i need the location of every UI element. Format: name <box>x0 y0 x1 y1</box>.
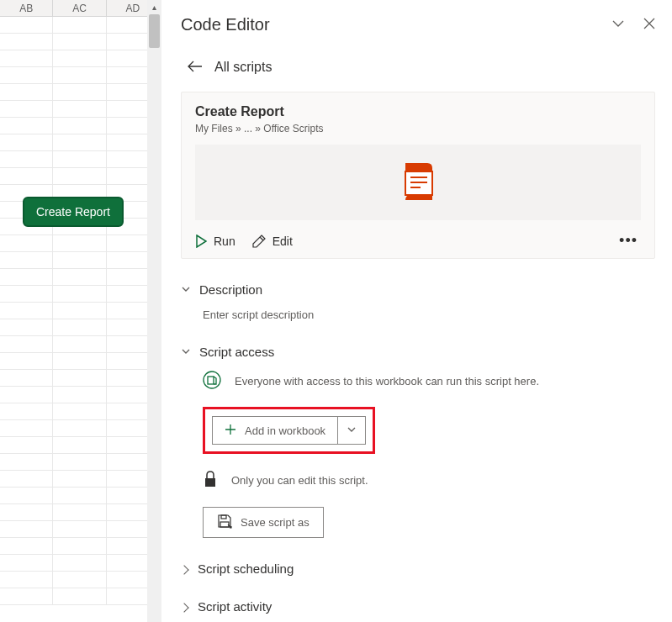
cell[interactable] <box>53 454 106 470</box>
cell[interactable] <box>0 588 53 604</box>
cell[interactable] <box>0 336 53 352</box>
cell[interactable] <box>53 269 106 285</box>
more-button[interactable]: ••• <box>616 232 641 250</box>
edit-button[interactable]: Edit <box>252 235 293 248</box>
col-header-ab[interactable]: AB <box>0 0 53 16</box>
svg-rect-7 <box>221 515 226 519</box>
script-access-section: Script access Everyone with access to th… <box>181 345 655 538</box>
cell[interactable] <box>53 521 106 537</box>
cell[interactable] <box>53 151 106 167</box>
script-activity-header[interactable]: Script activity <box>181 599 655 614</box>
script-document-icon <box>399 160 437 206</box>
cell[interactable] <box>53 134 106 150</box>
close-icon[interactable] <box>643 18 655 32</box>
scrollbar[interactable]: ▴ <box>147 0 161 622</box>
cell[interactable] <box>53 319 106 335</box>
cell[interactable] <box>0 521 53 537</box>
cell[interactable] <box>53 17 106 33</box>
run-button[interactable]: Run <box>195 235 235 248</box>
add-dropdown[interactable] <box>337 417 365 444</box>
cell[interactable] <box>53 572 106 588</box>
cell[interactable] <box>53 235 106 251</box>
cell[interactable] <box>53 471 106 487</box>
cell[interactable] <box>53 50 106 66</box>
back-row[interactable]: All scripts <box>181 45 655 92</box>
cell[interactable] <box>53 286 106 302</box>
cell[interactable] <box>53 588 106 604</box>
cell[interactable] <box>0 319 53 335</box>
collapse-icon[interactable] <box>611 17 625 33</box>
chevron-down-icon <box>347 424 357 437</box>
cell[interactable] <box>0 353 53 369</box>
cell[interactable] <box>0 555 53 571</box>
add-in-workbook-button[interactable]: Add in workbook <box>212 416 366 445</box>
cell[interactable] <box>0 269 53 285</box>
cell[interactable] <box>0 84 53 100</box>
cell[interactable] <box>0 17 53 33</box>
cell[interactable] <box>53 118 106 134</box>
cell[interactable] <box>0 235 53 251</box>
script-access-header[interactable]: Script access <box>181 345 655 359</box>
save-script-as-button[interactable]: Save script as <box>203 507 324 538</box>
cell[interactable] <box>0 50 53 66</box>
cell[interactable] <box>53 387 106 403</box>
cell[interactable] <box>53 303 106 319</box>
save-as-label: Save script as <box>241 516 310 529</box>
cell[interactable] <box>0 403 53 419</box>
cell[interactable] <box>0 151 53 167</box>
cell[interactable] <box>0 437 53 453</box>
description-section: Description Enter script description <box>181 282 655 321</box>
cell[interactable] <box>0 168 53 184</box>
cell[interactable] <box>53 353 106 369</box>
cell[interactable] <box>0 420 53 436</box>
cell[interactable] <box>53 84 106 100</box>
cell[interactable] <box>0 488 53 503</box>
col-header-ac[interactable]: AC <box>53 0 106 16</box>
description-placeholder[interactable]: Enter script description <box>203 308 314 321</box>
script-card: Create Report My Files » ... » Office Sc… <box>181 92 655 259</box>
cell[interactable] <box>53 437 106 453</box>
create-report-button[interactable]: Create Report <box>23 197 124 227</box>
cell[interactable] <box>53 168 106 184</box>
chevron-down-icon <box>181 345 191 359</box>
run-label: Run <box>214 235 235 248</box>
cell[interactable] <box>53 555 106 571</box>
cell[interactable] <box>53 538 106 554</box>
cell[interactable] <box>53 420 106 436</box>
script-scheduling-header[interactable]: Script scheduling <box>181 561 655 576</box>
cell[interactable] <box>53 504 106 520</box>
cell[interactable] <box>53 370 106 386</box>
cell[interactable] <box>0 67 53 83</box>
plus-icon <box>225 424 236 438</box>
cell[interactable] <box>0 572 53 588</box>
cell[interactable] <box>0 286 53 302</box>
back-label: All scripts <box>214 60 272 75</box>
script-activity-section: Script activity <box>181 599 655 614</box>
cell[interactable] <box>0 34 53 50</box>
cell[interactable] <box>0 471 53 487</box>
cell[interactable] <box>0 134 53 150</box>
cell[interactable] <box>0 252 53 268</box>
cell[interactable] <box>0 387 53 403</box>
cell[interactable] <box>53 252 106 268</box>
cell[interactable] <box>0 370 53 386</box>
description-header[interactable]: Description <box>181 282 655 297</box>
cell[interactable] <box>53 336 106 352</box>
cell[interactable] <box>0 303 53 319</box>
cell[interactable] <box>53 34 106 50</box>
cell[interactable] <box>53 101 106 117</box>
code-editor-panel: Code Editor All scripts Create Report My… <box>164 0 672 622</box>
scroll-thumb[interactable] <box>149 14 160 48</box>
cell[interactable] <box>0 101 53 117</box>
cell[interactable] <box>0 118 53 134</box>
scroll-up-icon[interactable]: ▴ <box>147 0 161 14</box>
cell[interactable] <box>53 67 106 83</box>
cell[interactable] <box>53 488 106 503</box>
panel-title: Code Editor <box>181 15 270 34</box>
edit-label: Edit <box>273 235 293 248</box>
cell[interactable] <box>0 504 53 520</box>
cell[interactable] <box>0 454 53 470</box>
chevron-down-icon <box>181 282 191 297</box>
cell[interactable] <box>53 403 106 419</box>
cell[interactable] <box>0 538 53 554</box>
